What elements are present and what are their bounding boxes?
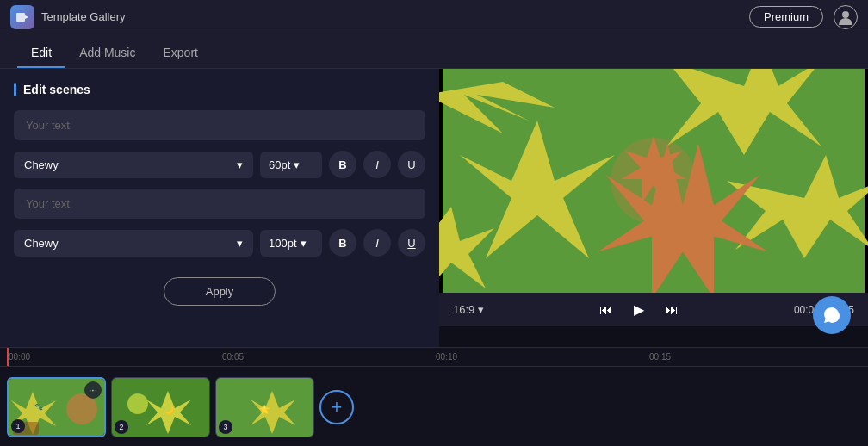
timeline: 00:00 00:05 00:10 00:15 🐾 1 ··· (0, 347, 868, 446)
svg-text:🌙: 🌙 (164, 404, 175, 415)
aspect-ratio-selector[interactable]: 16:9 ▾ (453, 303, 484, 316)
svg-text:⭐: ⭐ (259, 404, 270, 415)
topbar: Template Gallery Premium (0, 0, 868, 34)
svg-text:🐾: 🐾 (34, 402, 43, 411)
scene2-text-input[interactable] (14, 189, 425, 219)
svg-rect-0 (16, 13, 25, 22)
skip-back-button[interactable]: ⏮ (594, 300, 618, 319)
scene-number-3: 3 (219, 420, 232, 434)
ruler-mark-3: 00:15 (648, 352, 861, 362)
scene-thumb-2[interactable]: 🌙 2 (111, 377, 210, 437)
tab-export[interactable]: Export (149, 46, 211, 68)
app-logo-icon (10, 5, 34, 29)
chevron-down-icon: ▾ (237, 237, 243, 250)
ruler-mark-1: 00:05 (220, 352, 434, 362)
scene2-underline-button[interactable]: U (398, 229, 425, 257)
scene1-text-input[interactable] (14, 110, 425, 140)
chevron-down-icon: ▾ (301, 237, 307, 250)
chat-button[interactable] (813, 296, 851, 334)
tab-edit[interactable]: Edit (17, 46, 65, 68)
scene2-font-select[interactable]: Chewy ▾ (14, 230, 253, 257)
scene1-bold-button[interactable]: B (329, 151, 356, 178)
scene2-bold-button[interactable]: B (329, 229, 356, 257)
chevron-down-icon: ▾ (478, 303, 484, 316)
scene2-size-select[interactable]: 100pt ▾ (260, 230, 322, 257)
app-title: Template Gallery (41, 10, 126, 23)
tab-add-music[interactable]: Add Music (65, 46, 149, 68)
section-title: Edit scenes (14, 83, 425, 96)
scene1-font-select[interactable]: Chewy ▾ (14, 152, 253, 178)
timeline-cursor (7, 348, 9, 366)
scene1-underline-button[interactable]: U (398, 151, 425, 178)
user-avatar[interactable] (834, 5, 858, 29)
skip-forward-button[interactable]: ⏭ (660, 300, 684, 319)
scene-thumb-1[interactable]: 🐾 1 ··· (7, 377, 106, 437)
scene2-controls: Chewy ▾ 100pt ▾ B I U (14, 229, 425, 257)
svg-point-2 (842, 11, 849, 18)
svg-point-11 (127, 393, 148, 414)
scene-options-1[interactable]: ··· (84, 381, 102, 399)
timeline-ruler: 00:00 00:05 00:10 00:15 (0, 348, 868, 367)
scene-number-1: 1 (11, 419, 25, 433)
scene1-size-select[interactable]: 60pt ▾ (260, 152, 322, 178)
ruler-mark-2: 00:10 (434, 352, 648, 362)
video-controls: 16:9 ▾ ⏮ ▶ ⏭ 00:00 / 00:05 (439, 293, 868, 326)
play-button[interactable]: ▶ (629, 300, 649, 319)
chevron-down-icon: ▾ (237, 158, 243, 171)
ruler-mark-0: 00:00 (7, 352, 220, 362)
premium-button[interactable]: Premium (749, 6, 823, 28)
scene1-italic-button[interactable]: I (363, 151, 391, 178)
video-preview (439, 69, 868, 293)
scene1-controls: Chewy ▾ 60pt ▾ B I U (14, 151, 425, 178)
scene-thumb-3[interactable]: ⭐ 3 (215, 377, 314, 437)
apply-button[interactable]: Apply (164, 277, 276, 306)
svg-marker-1 (25, 15, 28, 19)
add-scene-button[interactable]: + (319, 390, 354, 424)
scenes-row: 🐾 1 ··· 🌙 2 ⭐ 3 + (0, 367, 868, 446)
tabbar: Edit Add Music Export (0, 34, 868, 69)
chevron-down-icon: ▾ (294, 158, 300, 171)
scene2-italic-button[interactable]: I (363, 229, 391, 257)
scene-number-2: 2 (115, 420, 128, 434)
